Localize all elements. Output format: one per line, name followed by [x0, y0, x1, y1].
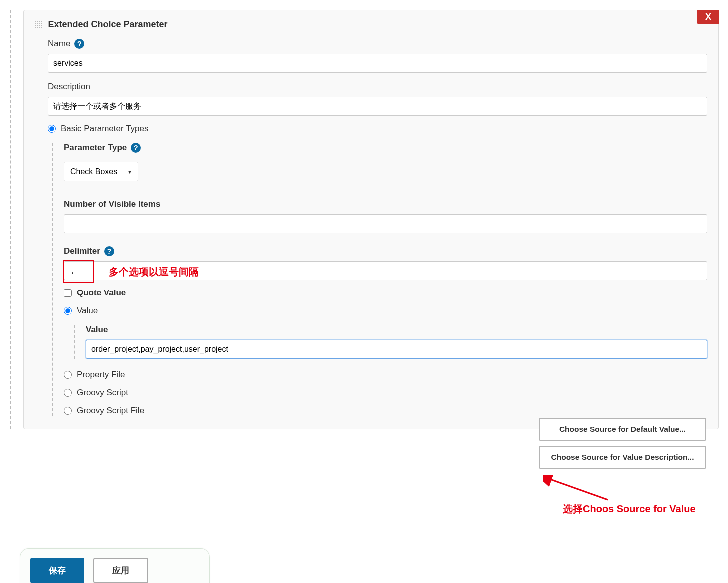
svg-line-0 [549, 479, 608, 500]
quote-value-checkbox-row[interactable]: Quote Value [64, 288, 707, 298]
num-visible-input[interactable] [64, 214, 707, 233]
value-radio-label: Value [77, 306, 98, 316]
drag-handle-icon[interactable] [35, 21, 43, 29]
property-file-radio-row[interactable]: Property File [64, 370, 707, 380]
parameter-type-label: Parameter Type ? [64, 143, 707, 153]
value-field-label: Value [86, 325, 707, 335]
annotation-text: 多个选项以逗号间隔 [109, 265, 199, 279]
basic-param-types-radio-input[interactable] [48, 125, 56, 133]
groovy-script-radio[interactable] [64, 389, 72, 397]
property-file-radio[interactable] [64, 371, 72, 379]
help-icon[interactable]: ? [74, 39, 84, 49]
quote-value-checkbox[interactable] [64, 289, 72, 297]
choose-source-default-button[interactable]: Choose Source for Default Value... [539, 418, 706, 441]
value-radio-row[interactable]: Value [64, 306, 707, 316]
parameter-panel: X Extended Choice Parameter Name ? Descr… [23, 10, 719, 429]
groovy-script-file-label: Groovy Script File [77, 406, 144, 416]
help-icon[interactable]: ? [131, 143, 141, 153]
num-visible-label: Number of Visible Items [64, 199, 707, 209]
name-label: Name ? [48, 39, 707, 49]
value-input[interactable] [86, 340, 707, 359]
choose-source-description-button[interactable]: Choose Source for Value Description... [539, 446, 706, 469]
name-input[interactable] [48, 54, 707, 73]
footer-actions: 保存 应用 [20, 548, 210, 583]
property-file-label: Property File [77, 370, 125, 380]
annotation-arrow-icon [543, 475, 613, 505]
help-icon[interactable]: ? [104, 246, 114, 256]
annotation-text-source: 选择Choos Source for Value [563, 502, 696, 516]
delimiter-label: Delimiter ? [64, 246, 707, 256]
basic-param-types-radio[interactable]: Basic Parameter Types [48, 124, 707, 134]
close-button[interactable]: X [697, 10, 719, 24]
groovy-script-radio-row[interactable]: Groovy Script [64, 388, 707, 398]
description-label: Description [48, 82, 707, 92]
apply-button[interactable]: 应用 [93, 558, 148, 583]
groovy-script-label: Groovy Script [77, 388, 128, 398]
panel-title: Extended Choice Parameter [48, 19, 167, 30]
quote-value-label: Quote Value [77, 288, 126, 298]
save-button[interactable]: 保存 [30, 558, 84, 583]
description-input[interactable] [48, 97, 707, 116]
parameter-type-select[interactable]: Check Boxes [64, 162, 138, 181]
groovy-script-file-radio[interactable] [64, 407, 72, 415]
basic-param-types-label: Basic Parameter Types [61, 124, 148, 134]
groovy-script-file-radio-row[interactable]: Groovy Script File [64, 406, 707, 416]
value-radio[interactable] [64, 307, 72, 315]
